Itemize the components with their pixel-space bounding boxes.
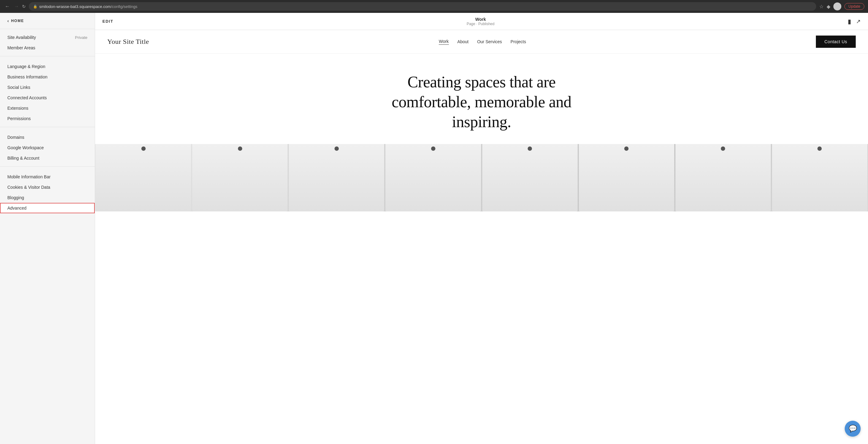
browser-nav-buttons: ← → ↻ xyxy=(4,3,26,9)
language-region-label: Language & Region xyxy=(7,64,45,69)
site-nav: Your Site Title Work About Our Services … xyxy=(95,30,868,54)
chat-bubble-button[interactable]: 💬 xyxy=(845,421,861,437)
sidebar-item-business-information[interactable]: Business Information xyxy=(0,72,95,82)
divider-1 xyxy=(0,56,95,56)
connected-accounts-label: Connected Accounts xyxy=(7,95,46,100)
mobile-preview-icon[interactable]: ▮ xyxy=(848,18,851,25)
sidebar-item-domains[interactable]: Domains xyxy=(0,132,95,142)
main-layout: ‹ HOME Site Availability Private Member … xyxy=(0,13,868,444)
curtain-panel-5 xyxy=(482,144,578,212)
permissions-label: Permissions xyxy=(7,116,31,121)
content-area: EDIT Work Page · Published ▮ ↗ Your Site… xyxy=(95,13,868,444)
hero-section: Creating spaces that are comfortable, me… xyxy=(95,54,868,144)
curtain-panel-4 xyxy=(385,144,481,212)
hero-heading: Creating spaces that are comfortable, me… xyxy=(390,72,574,132)
sidebar-item-language-region[interactable]: Language & Region xyxy=(0,61,95,72)
domains-label: Domains xyxy=(7,135,24,140)
bookmark-icon[interactable]: ☆ xyxy=(819,4,824,9)
external-link-icon[interactable]: ↗ xyxy=(856,18,861,25)
nav-link-our-services[interactable]: Our Services xyxy=(477,39,502,44)
reload-button[interactable]: ↻ xyxy=(22,4,26,9)
back-button[interactable]: ← xyxy=(4,3,11,9)
curtain-hook-6 xyxy=(624,147,628,151)
billing-account-label: Billing & Account xyxy=(7,156,39,161)
edit-bar: EDIT Work Page · Published ▮ ↗ xyxy=(95,13,868,30)
address-bar-url: smilodon-wrasse-bat3.squarespace.com/con… xyxy=(39,4,137,9)
page-status: Page · Published xyxy=(467,22,495,26)
sidebar-section-4: Mobile Information Bar Cookies & Visitor… xyxy=(0,168,95,215)
nav-link-about[interactable]: About xyxy=(458,39,469,44)
curtain-hook-4 xyxy=(431,147,435,151)
sidebar-item-google-workspace[interactable]: Google Workspace xyxy=(0,142,95,153)
curtain-hook-2 xyxy=(238,147,242,151)
browser-chrome: ← → ↻ 🔒 smilodon-wrasse-bat3.squarespace… xyxy=(0,0,868,13)
extensions-icon[interactable]: ◆ xyxy=(827,4,830,9)
blogging-label: Blogging xyxy=(7,195,24,200)
curtain-panel-1 xyxy=(96,144,191,212)
advanced-label: Advanced xyxy=(7,205,26,211)
curtain-hook-7 xyxy=(721,147,725,151)
browser-actions: ☆ ◆ Update xyxy=(819,2,864,10)
sidebar-item-member-areas[interactable]: Member Areas xyxy=(0,42,95,53)
sidebar-item-extensions[interactable]: Extensions xyxy=(0,103,95,114)
sidebar-item-permissions[interactable]: Permissions xyxy=(0,114,95,124)
site-title: Your Site Title xyxy=(107,38,149,46)
address-bar[interactable]: 🔒 smilodon-wrasse-bat3.squarespace.com/c… xyxy=(29,2,816,11)
sidebar-item-connected-accounts[interactable]: Connected Accounts xyxy=(0,93,95,103)
site-availability-label: Site Availability xyxy=(7,35,36,40)
sidebar-item-mobile-information-bar[interactable]: Mobile Information Bar xyxy=(0,171,95,182)
sidebar: ‹ HOME Site Availability Private Member … xyxy=(0,13,95,444)
sidebar-section-2: Language & Region Business Information S… xyxy=(0,58,95,125)
mobile-information-bar-label: Mobile Information Bar xyxy=(7,175,51,179)
extensions-label: Extensions xyxy=(7,106,28,110)
home-label: HOME xyxy=(11,19,24,23)
chat-icon: 💬 xyxy=(849,425,857,433)
curtain-shapes xyxy=(95,144,868,212)
curtain-hook-8 xyxy=(817,147,822,151)
sidebar-item-blogging[interactable]: Blogging xyxy=(0,192,95,203)
hero-image xyxy=(95,144,868,212)
nav-cta-button[interactable]: Contact Us xyxy=(816,36,856,48)
sidebar-item-cookies-visitor-data[interactable]: Cookies & Visitor Data xyxy=(0,182,95,192)
curtain-panel-3 xyxy=(289,144,384,212)
forward-button[interactable]: → xyxy=(13,3,20,9)
curtain-hook-3 xyxy=(335,147,339,151)
avatar[interactable] xyxy=(833,2,841,10)
social-links-label: Social Links xyxy=(7,85,30,90)
business-information-label: Business Information xyxy=(7,74,48,80)
nav-link-projects[interactable]: Projects xyxy=(510,39,526,44)
site-nav-links: Work About Our Services Projects xyxy=(439,39,526,45)
divider-3 xyxy=(0,166,95,167)
curtain-panel-2 xyxy=(192,144,288,212)
curtain-panel-7 xyxy=(676,144,771,212)
update-button[interactable]: Update xyxy=(844,3,864,10)
nav-link-work[interactable]: Work xyxy=(439,39,448,45)
sidebar-section-3: Domains Google Workspace Billing & Accou… xyxy=(0,129,95,164)
cookies-visitor-data-label: Cookies & Visitor Data xyxy=(7,185,50,190)
site-availability-value: Private xyxy=(75,35,87,40)
sidebar-item-social-links[interactable]: Social Links xyxy=(0,82,95,93)
sidebar-item-site-availability[interactable]: Site Availability Private xyxy=(0,32,95,42)
curtain-hook-1 xyxy=(141,147,146,151)
page-name: Work xyxy=(467,17,495,22)
google-workspace-label: Google Workspace xyxy=(7,145,44,150)
edit-bar-center: Work Page · Published xyxy=(467,17,495,26)
edit-bar-actions: ▮ ↗ xyxy=(848,18,861,25)
curtain-panel-8 xyxy=(772,144,867,212)
curtain-panel-6 xyxy=(579,144,674,212)
edit-button[interactable]: EDIT xyxy=(102,19,114,24)
member-areas-label: Member Areas xyxy=(7,45,35,50)
sidebar-section-1: Site Availability Private Member Areas xyxy=(0,29,95,54)
back-arrow-icon: ‹ xyxy=(7,19,9,23)
sidebar-item-billing-account[interactable]: Billing & Account xyxy=(0,153,95,163)
curtain-hook-5 xyxy=(528,147,532,151)
sidebar-item-advanced[interactable]: Advanced xyxy=(0,203,95,213)
sidebar-home-button[interactable]: ‹ HOME xyxy=(0,13,95,29)
preview-pane: Your Site Title Work About Our Services … xyxy=(95,30,868,444)
lock-icon: 🔒 xyxy=(33,5,37,8)
